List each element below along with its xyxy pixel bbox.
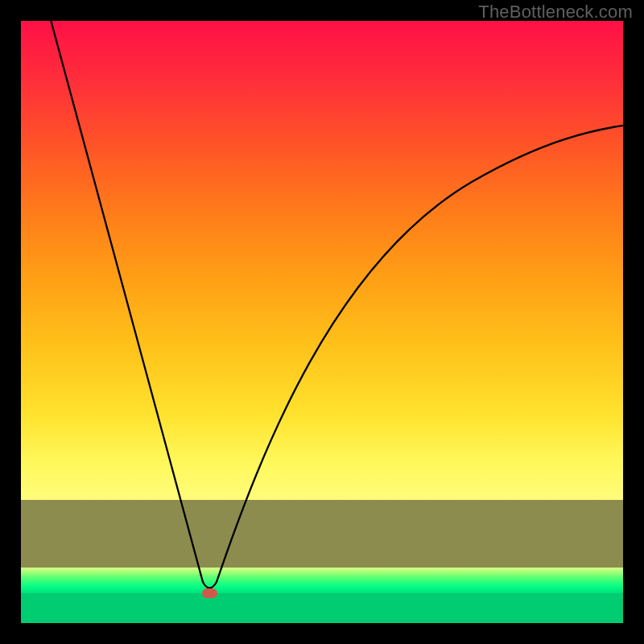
min-point-marker	[202, 588, 217, 598]
watermark-text: TheBottleneck.com	[478, 2, 633, 23]
bottleneck-curve	[50, 21, 623, 588]
curve-layer	[21, 21, 623, 623]
chart-frame: TheBottleneck.com	[0, 0, 644, 644]
plot-area	[21, 21, 623, 623]
